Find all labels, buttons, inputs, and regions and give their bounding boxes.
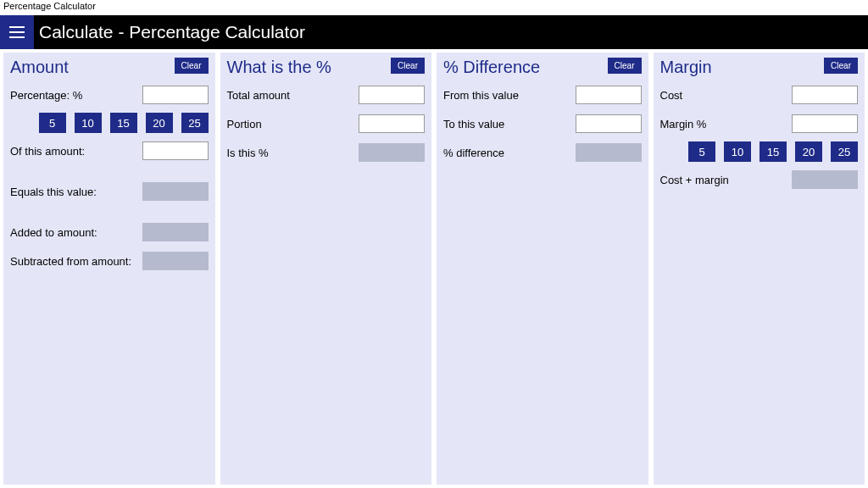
whatis-total-input[interactable] (359, 86, 425, 104)
margin-clear-button[interactable]: Clear (824, 58, 858, 74)
diff-clear-button[interactable]: Clear (608, 58, 642, 74)
panel-what-is: What is the % Clear Total amount Portion… (220, 53, 432, 485)
amount-subtracted-label: Subtracted from amount: (10, 255, 131, 268)
whatis-portion-label: Portion (227, 118, 262, 130)
svg-rect-1 (9, 31, 25, 33)
amount-of-input[interactable] (142, 141, 209, 160)
margin-costplus-label: Cost + margin (660, 174, 729, 186)
amount-clear-button[interactable]: Clear (175, 58, 209, 74)
margin-cost-label: Cost (660, 89, 683, 102)
diff-pct-label: % difference (443, 147, 504, 159)
margin-quick-5[interactable]: 5 (688, 141, 715, 162)
margin-quick-25[interactable]: 25 (831, 141, 858, 162)
amount-quick-row: 5 10 15 20 25 (10, 113, 209, 133)
margin-quick-row: 5 10 15 20 25 (660, 141, 859, 162)
page-title: Calculate - Percentage Calculator (39, 22, 305, 42)
whatis-isthis-value (359, 143, 425, 162)
panel-difference: % Difference Clear From this value To th… (437, 53, 648, 485)
amount-quick-5[interactable]: 5 (39, 113, 66, 133)
whatis-portion-input[interactable] (359, 114, 425, 133)
svg-rect-0 (9, 26, 25, 28)
margin-quick-10[interactable]: 10 (724, 141, 751, 162)
whatis-clear-button[interactable]: Clear (391, 58, 425, 74)
amount-quick-20[interactable]: 20 (146, 113, 173, 133)
hamburger-menu-button[interactable] (0, 15, 34, 49)
panel-diff-title: % Difference (443, 58, 540, 77)
diff-to-label: To this value (443, 118, 504, 130)
diff-to-input[interactable] (576, 114, 642, 133)
amount-equals-value (142, 182, 209, 201)
margin-pct-input[interactable] (792, 114, 858, 133)
amount-percentage-label: Percentage: % (10, 89, 82, 102)
amount-subtracted-value (142, 252, 209, 270)
app-header: Calculate - Percentage Calculator (0, 15, 868, 49)
panel-margin-title: Margin (660, 58, 712, 77)
amount-quick-15[interactable]: 15 (110, 113, 137, 133)
panels-container: Amount Clear Percentage: % 5 10 15 20 25… (0, 49, 868, 488)
whatis-total-label: Total amount (227, 89, 290, 102)
amount-percentage-input[interactable] (142, 86, 209, 104)
amount-added-label: Added to amount: (10, 226, 97, 239)
margin-pct-label: Margin % (660, 118, 707, 130)
diff-from-input[interactable] (576, 86, 642, 104)
whatis-isthis-label: Is this % (227, 147, 269, 159)
amount-of-label: Of this amount: (10, 145, 85, 158)
amount-quick-25[interactable]: 25 (181, 113, 209, 133)
window-title: Percentage Calculator (3, 1, 96, 11)
amount-equals-label: Equals this value: (10, 186, 97, 198)
panel-whatis-title: What is the % (227, 58, 331, 77)
margin-cost-input[interactable] (792, 86, 858, 104)
diff-from-label: From this value (443, 89, 519, 102)
margin-quick-20[interactable]: 20 (795, 141, 822, 162)
margin-costplus-value (792, 170, 858, 189)
hamburger-icon (9, 26, 25, 38)
panel-margin: Margin Clear Cost Margin % 5 10 15 20 25… (654, 53, 865, 485)
margin-quick-15[interactable]: 15 (760, 141, 787, 162)
panel-amount: Amount Clear Percentage: % 5 10 15 20 25… (3, 53, 215, 485)
amount-quick-10[interactable]: 10 (75, 113, 102, 133)
diff-pct-value (576, 143, 642, 162)
svg-rect-2 (9, 36, 25, 38)
amount-added-value (142, 223, 209, 241)
panel-amount-title: Amount (10, 58, 69, 77)
window-titlebar: Percentage Calculator (0, 0, 868, 15)
